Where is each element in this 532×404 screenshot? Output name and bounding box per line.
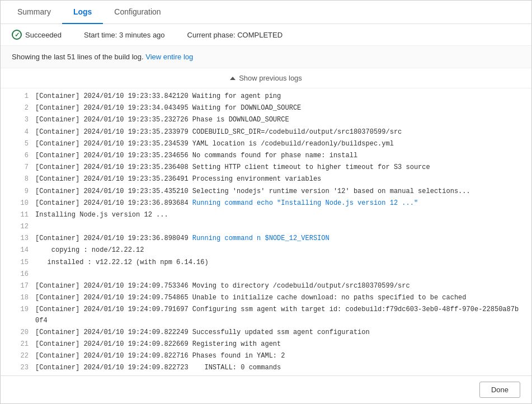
line-number: 14 xyxy=(12,245,29,256)
log-content-area[interactable]: Show previous logs 1[Container] 2024/01/… xyxy=(1,68,531,375)
line-content: [Container] 2024/01/10 19:24:09.822669 R… xyxy=(35,339,520,350)
start-time-label: Start time: 3 minutes ago xyxy=(84,31,165,39)
show-previous-logs-label: Show previous logs xyxy=(239,74,302,82)
succeeded-label: Succeeded xyxy=(25,31,62,39)
log-link-text: Running command echo "Installing Node.js… xyxy=(192,199,418,207)
log-line: 18[Container] 2024/01/10 19:24:09.754865… xyxy=(1,292,531,304)
status-start-time: Start time: 3 minutes ago xyxy=(84,31,165,39)
tabs-bar: Summary Logs Configuration xyxy=(1,1,531,24)
log-line: 3[Container] 2024/01/10 19:23:35.232726 … xyxy=(1,114,531,126)
line-number: 21 xyxy=(12,339,29,350)
footer-bar: Done xyxy=(1,375,531,403)
line-number: 9 xyxy=(12,186,29,197)
line-content: [Container] 2024/01/10 19:24:09.791697 C… xyxy=(35,304,520,326)
line-number: 20 xyxy=(12,327,29,338)
line-number: 16 xyxy=(12,269,29,280)
show-previous-logs-button[interactable]: Show previous logs xyxy=(1,68,531,88)
tab-summary[interactable]: Summary xyxy=(6,1,62,24)
line-content: [Container] 2024/01/10 19:23:35.234539 Y… xyxy=(35,139,520,149)
line-number: 17 xyxy=(12,281,29,292)
log-line: 23[Container] 2024/01/10 19:24:09.822723… xyxy=(1,362,531,374)
line-content: [Container] 2024/01/10 19:23:36.898049 R… xyxy=(35,233,520,244)
line-content: installed : v12.22.12 (with npm 6.14.16) xyxy=(35,257,520,268)
line-content: [Container] 2024/01/10 19:23:35.236408 S… xyxy=(35,162,520,173)
line-number: 18 xyxy=(12,293,29,303)
line-number: 22 xyxy=(12,351,29,361)
log-line: 5[Container] 2024/01/10 19:23:35.234539 … xyxy=(1,138,531,150)
log-line: 19[Container] 2024/01/10 19:24:09.791697… xyxy=(1,304,531,326)
log-line: 20[Container] 2024/01/10 19:24:09.822249… xyxy=(1,327,531,339)
log-line: 17[Container] 2024/01/10 19:24:09.753346… xyxy=(1,280,531,292)
line-number: 12 xyxy=(12,222,29,232)
line-content: [Container] 2024/01/10 19:23:36.893684 R… xyxy=(35,198,520,209)
log-line: 16 xyxy=(1,269,531,280)
log-line: 15 installed : v12.22.12 (with npm 6.14.… xyxy=(1,257,531,269)
log-line: 8[Container] 2024/01/10 19:23:35.236491 … xyxy=(1,173,531,185)
log-line: 2[Container] 2024/01/10 19:23:34.043495 … xyxy=(1,102,531,114)
log-line: 12 xyxy=(1,221,531,233)
log-line: 21[Container] 2024/01/10 19:24:09.822669… xyxy=(1,339,531,350)
log-line: 7[Container] 2024/01/10 19:23:35.236408 … xyxy=(1,162,531,173)
log-lines: 1[Container] 2024/01/10 19:23:33.842120 … xyxy=(1,88,531,375)
line-content: [Container] 2024/01/10 19:24:09.822249 S… xyxy=(35,327,520,338)
line-number: 7 xyxy=(12,162,29,173)
line-content xyxy=(35,222,520,232)
log-line: 11Installing Node.js version 12 ... xyxy=(1,209,531,221)
log-header-text: Showing the last 51 lines of the build l… xyxy=(12,53,144,61)
status-succeeded: Succeeded xyxy=(12,30,62,40)
log-line: 9[Container] 2024/01/10 19:23:35.435210 … xyxy=(1,186,531,198)
line-number: 23 xyxy=(12,363,29,373)
line-number: 6 xyxy=(12,151,29,161)
line-content: [Container] 2024/01/10 19:23:35.234656 N… xyxy=(35,151,520,161)
line-content: copying : node/12.22.12 xyxy=(35,245,520,256)
line-content: [Container] 2024/01/10 19:23:35.435210 S… xyxy=(35,186,520,197)
line-number: 2 xyxy=(12,103,29,114)
line-number: 13 xyxy=(12,233,29,244)
line-content: [Container] 2024/01/10 19:23:35.233979 C… xyxy=(35,127,520,138)
modal-container: Summary Logs Configuration Succeeded Sta… xyxy=(0,0,532,404)
line-content: [Container] 2024/01/10 19:23:34.043495 W… xyxy=(35,103,520,114)
line-number: 5 xyxy=(12,139,29,149)
line-number: 11 xyxy=(12,210,29,220)
line-number: 19 xyxy=(12,304,29,326)
log-header: Showing the last 51 lines of the build l… xyxy=(1,46,531,68)
line-content: [Container] 2024/01/10 19:24:09.822723 I… xyxy=(35,363,520,373)
tab-configuration[interactable]: Configuration xyxy=(103,1,172,24)
chevron-up-icon xyxy=(230,77,236,80)
succeeded-icon xyxy=(12,30,22,40)
done-button[interactable]: Done xyxy=(479,382,520,398)
line-content xyxy=(35,269,520,280)
log-line: 10[Container] 2024/01/10 19:23:36.893684… xyxy=(1,198,531,209)
current-phase-label: Current phase: COMPLETED xyxy=(187,31,283,39)
log-line: 22[Container] 2024/01/10 19:24:09.822716… xyxy=(1,350,531,362)
line-content: [Container] 2024/01/10 19:24:09.822716 P… xyxy=(35,351,520,361)
line-number: 4 xyxy=(12,127,29,138)
tab-logs[interactable]: Logs xyxy=(62,1,103,24)
log-line: 6[Container] 2024/01/10 19:23:35.234656 … xyxy=(1,150,531,162)
line-content: Installing Node.js version 12 ... xyxy=(35,210,520,220)
line-content: [Container] 2024/01/10 19:23:35.236491 P… xyxy=(35,174,520,185)
log-link-text: Running command n $NODE_12_VERSION xyxy=(192,234,329,242)
line-number: 15 xyxy=(12,257,29,268)
line-content: [Container] 2024/01/10 19:23:33.842120 W… xyxy=(35,91,520,102)
log-line: 13[Container] 2024/01/10 19:23:36.898049… xyxy=(1,233,531,245)
view-entire-log-link[interactable]: View entire log xyxy=(145,53,193,61)
status-current-phase: Current phase: COMPLETED xyxy=(187,31,283,39)
log-line: 1[Container] 2024/01/10 19:23:33.842120 … xyxy=(1,91,531,102)
line-number: 1 xyxy=(12,91,29,102)
log-line: 4[Container] 2024/01/10 19:23:35.233979 … xyxy=(1,126,531,138)
line-number: 8 xyxy=(12,174,29,185)
line-content: [Container] 2024/01/10 19:24:09.754865 U… xyxy=(35,293,520,303)
log-line: 14 copying : node/12.22.12 xyxy=(1,245,531,256)
line-number: 10 xyxy=(12,198,29,209)
line-content: [Container] 2024/01/10 19:23:35.232726 P… xyxy=(35,115,520,125)
line-content: [Container] 2024/01/10 19:24:09.753346 M… xyxy=(35,281,520,292)
status-bar: Succeeded Start time: 3 minutes ago Curr… xyxy=(1,24,531,46)
line-number: 3 xyxy=(12,115,29,125)
